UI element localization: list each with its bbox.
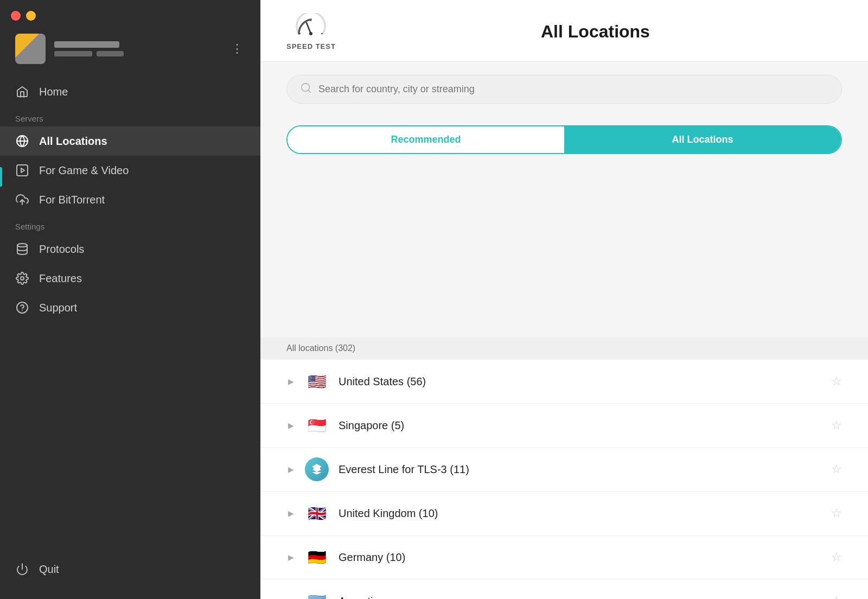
gear-icon xyxy=(15,271,29,285)
sidebar-item-bittorrent-label: For BitTorrent xyxy=(39,194,105,206)
sidebar-item-home[interactable]: Home xyxy=(0,77,260,106)
favorite-star-everest[interactable]: ☆ xyxy=(831,462,842,476)
question-circle-icon xyxy=(15,301,29,315)
profile-name-bar xyxy=(54,41,119,48)
active-nav-indicator xyxy=(0,167,2,187)
favorite-star-uk[interactable]: ☆ xyxy=(831,506,842,520)
sidebar-item-features-label: Features xyxy=(39,272,82,285)
flag-everest xyxy=(305,457,329,481)
locations-list: All locations (302) ▶ 🇺🇸 United States (… xyxy=(260,337,868,599)
expand-arrow-uk: ▶ xyxy=(286,509,295,518)
main-content: SPEED TEST All Locations Recommended All… xyxy=(260,0,868,599)
sidebar-item-protocols-label: Protocols xyxy=(39,243,84,256)
flag-ar: 🇦🇷 xyxy=(305,589,329,599)
locations-count: All locations (302) xyxy=(260,337,868,360)
location-row-sg[interactable]: ▶ 🇸🇬 Singapore (5) ☆ xyxy=(260,404,868,448)
location-row-uk[interactable]: ▶ 🇬🇧 United Kingdom (10) ☆ xyxy=(260,492,868,536)
location-row-ar[interactable]: ▶ 🇦🇷 Argentina ☆ xyxy=(260,579,868,599)
profile-sub-bar-2 xyxy=(97,51,124,56)
speedometer-icon xyxy=(295,13,327,40)
titlebar xyxy=(0,0,260,26)
sidebar-item-game-video-label: For Game & Video xyxy=(39,164,129,177)
location-name-ar: Argentina xyxy=(339,595,821,600)
location-name-sg: Singapore (5) xyxy=(339,419,821,432)
header-top: SPEED TEST All Locations xyxy=(286,13,842,50)
speed-test-widget[interactable]: SPEED TEST xyxy=(286,13,336,50)
search-bar[interactable] xyxy=(286,75,842,104)
quit-button[interactable]: Quit xyxy=(15,555,245,584)
sidebar-item-game-video[interactable]: For Game & Video xyxy=(0,156,260,185)
location-row-de[interactable]: ▶ 🇩🇪 Germany (10) ☆ xyxy=(260,536,868,579)
globe-icon xyxy=(15,134,29,148)
svg-rect-2 xyxy=(17,165,28,176)
profile-sub-bars xyxy=(54,51,124,56)
flag-sg: 🇸🇬 xyxy=(305,413,329,437)
expand-arrow-us: ▶ xyxy=(286,377,295,386)
power-icon xyxy=(15,562,29,576)
location-row-everest[interactable]: ▶ Everest Line for TLS-3 (11) ☆ xyxy=(260,448,868,492)
svg-point-11 xyxy=(309,32,312,35)
expand-arrow-de: ▶ xyxy=(286,553,295,562)
location-name-de: Germany (10) xyxy=(339,551,821,564)
tab-all-locations[interactable]: All Locations xyxy=(564,126,841,153)
minimize-button[interactable] xyxy=(26,11,36,21)
more-options-button[interactable]: ⋮ xyxy=(229,40,245,58)
sidebar-item-home-label: Home xyxy=(39,86,68,98)
sidebar-item-support[interactable]: Support xyxy=(0,293,260,322)
location-name-us: United States (56) xyxy=(339,375,821,388)
close-button[interactable] xyxy=(11,11,21,21)
svg-marker-3 xyxy=(21,168,24,173)
flag-us: 🇺🇸 xyxy=(305,369,329,393)
sidebar-bottom: Quit xyxy=(0,547,260,599)
location-name-everest: Everest Line for TLS-3 (11) xyxy=(339,463,821,476)
profile-info xyxy=(54,41,124,56)
sidebar-item-features[interactable]: Features xyxy=(0,264,260,293)
profile-area: ⋮ xyxy=(0,26,260,72)
tab-recommended[interactable]: Recommended xyxy=(288,126,564,153)
sidebar-item-all-locations-label: All Locations xyxy=(39,135,107,148)
location-row-us[interactable]: ▶ 🇺🇸 United States (56) ☆ xyxy=(260,360,868,404)
main-header: SPEED TEST All Locations xyxy=(260,0,868,62)
sidebar-item-all-locations[interactable]: All Locations xyxy=(0,126,260,156)
sidebar-item-support-label: Support xyxy=(39,302,77,314)
traffic-lights xyxy=(11,11,36,21)
avatar xyxy=(15,34,46,64)
sidebar: ⋮ Home Servers All Locat xyxy=(0,0,260,599)
search-input[interactable] xyxy=(318,84,828,95)
database-icon xyxy=(15,242,29,256)
servers-section-label: Servers xyxy=(0,106,260,126)
play-square-icon xyxy=(15,163,29,177)
sidebar-item-bittorrent[interactable]: For BitTorrent xyxy=(0,185,260,214)
flag-de: 🇩🇪 xyxy=(305,545,329,569)
svg-line-10 xyxy=(307,23,311,34)
svg-point-6 xyxy=(21,277,24,280)
quit-label: Quit xyxy=(39,563,59,576)
favorite-star-sg[interactable]: ☆ xyxy=(831,418,842,432)
settings-section-label: Settings xyxy=(0,214,260,234)
speed-test-label: SPEED TEST xyxy=(286,42,336,50)
upload-cloud-icon xyxy=(15,193,29,207)
flag-uk: 🇬🇧 xyxy=(305,501,329,525)
favorite-star-ar[interactable]: ☆ xyxy=(831,594,842,599)
expand-arrow-everest: ▶ xyxy=(286,465,295,474)
search-icon xyxy=(300,82,312,97)
tab-bar: Recommended All Locations xyxy=(286,125,842,154)
home-icon xyxy=(15,85,29,99)
sidebar-item-protocols[interactable]: Protocols xyxy=(0,234,260,264)
favorite-star-us[interactable]: ☆ xyxy=(831,374,842,388)
profile-sub-bar-1 xyxy=(54,51,92,56)
sidebar-nav: Home Servers All Locations For G xyxy=(0,72,260,547)
content-area: Recommended All Locations xyxy=(260,62,868,337)
expand-arrow-sg: ▶ xyxy=(286,421,295,430)
page-title: All Locations xyxy=(541,22,650,42)
location-name-uk: United Kingdom (10) xyxy=(339,507,821,520)
svg-point-5 xyxy=(17,244,27,247)
favorite-star-de[interactable]: ☆ xyxy=(831,550,842,564)
svg-line-16 xyxy=(308,90,310,92)
